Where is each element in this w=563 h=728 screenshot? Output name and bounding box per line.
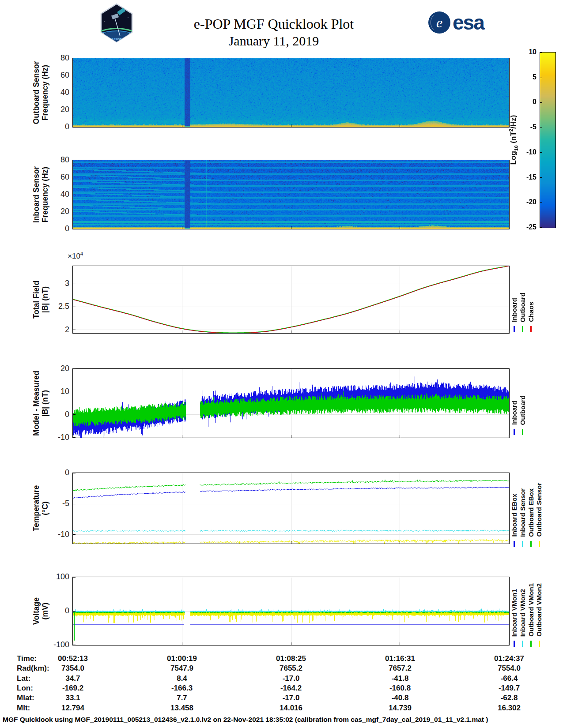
total-field-axis-exponent: ×104 [68,251,83,261]
colorbar-tick-label: -15 [516,173,537,181]
legend-label: Inboard VMon2 [519,589,526,637]
quicklook-page: CASSIOPE e-POP MGF Quicklook Plot Januar… [0,0,563,728]
y-tick-label: -5 [47,499,69,508]
table-cell: 14.739 [369,704,431,713]
y-tick-label: 60 [47,173,69,182]
y-tick-label: 60 [47,71,69,80]
legend-label: Inboard [511,298,518,322]
y-tick-label: 10 [47,387,69,396]
legend-swatch [522,429,523,435]
legend-temperature: Inboard EBoxInboard SensorOutboard EBoxO… [511,473,543,547]
y-tick-label: 20 [47,207,69,216]
legend-swatch [514,326,515,332]
legend-total-field: InboardOutboardChaos [511,266,534,332]
legend-label: Chaos [528,302,535,322]
legend-swatch [514,541,515,547]
table-cell: 01:00:19 [151,654,213,663]
table-cell: -41.8 [369,674,431,683]
inboard-spectrogram-canvas [72,160,510,229]
y-tick-label: 3 [47,279,69,288]
legend-item: Outboard Sensor [536,483,543,547]
y-tick-label: 0 [47,606,69,615]
table-cell: 7655.2 [260,664,322,673]
legend-swatch [522,541,523,547]
legend-swatch [539,541,540,547]
esa-logo: e esa [427,11,484,34]
table-cell: 7354.0 [42,664,104,673]
table-cell: 8.4 [151,674,213,683]
esa-wordmark: esa [453,12,484,33]
legend-item: Chaos [528,302,535,332]
table-cell: 14.016 [260,704,322,713]
table-row-label: Mlat: [17,694,34,702]
table-cell: 01:16:31 [369,654,431,663]
table-cell: 00:52:13 [42,654,104,663]
colorbar-tick-label: -5 [516,123,537,131]
y-tick-label: 40 [47,190,69,199]
table-cell: -17.0 [260,674,322,683]
table-cell: 13.458 [151,704,213,713]
table-cell: 01:24:37 [478,654,540,663]
table-cell: 01:08:25 [260,654,322,663]
legend-label: Outboard VMon1 [528,583,535,637]
y-tick-label: 2 [47,325,69,334]
table-cell: -149.7 [478,684,540,693]
y-tick-label: 80 [47,53,69,63]
legend-swatch [522,641,523,647]
outboard-spectrogram-canvas [72,58,510,128]
legend-item: Inboard EBox [511,494,518,547]
total-field-canvas [72,266,510,334]
legend-item: Inboard VMon1 [511,589,518,647]
legend-swatch [530,641,532,647]
page-title: e-POP MGF Quicklook Plot [141,16,406,32]
colorbar-tick-label: 5 [516,73,537,81]
table-row-label: Time: [17,654,37,663]
legend-swatch [539,641,540,647]
table-cell: 7657.2 [369,664,431,673]
table-cell: -169.2 [42,684,104,693]
legend-item: Outboard [519,293,526,333]
table-cell: -66.4 [478,674,540,683]
ylabel-model-minus-measured: Model - Measured|B| (nT) [32,371,49,436]
legend-swatch [530,541,532,547]
table-cell: 7554.0 [478,664,540,673]
legend-label: Outboard [519,293,526,323]
colorbar-canvas [540,52,556,228]
colorbar-tick-label: -25 [516,223,537,231]
legend-voltage: Inboard VMon1Inboard VMon2Outboard VMon1… [511,577,543,647]
colorbar-label: Log10 (nT2/Hz) [508,115,518,165]
model-minus-measured-canvas [72,368,510,438]
table-cell: -62.8 [478,694,540,702]
y-tick-label: 0 [47,410,69,419]
table-row-label: Lon: [17,684,33,693]
table-cell: -40.8 [369,694,431,702]
y-tick-label: 100 [47,572,69,582]
legend-item: Inboard VMon2 [519,589,526,647]
y-tick-label: 20 [47,364,69,373]
table-cell: -164.2 [260,684,322,693]
legend-label: Outboard [519,395,526,425]
legend-swatch [522,326,523,332]
legend-label: Outboard EBox [528,488,535,537]
table-cell: 33.1 [42,694,104,702]
legend-label: Outboard VMon2 [536,583,543,637]
y-tick-label: 2.5 [47,302,69,311]
legend-item: Outboard [519,395,526,435]
y-tick-label: 0 [47,122,69,131]
legend-item: Outboard VMon2 [536,583,543,647]
table-cell: 16.302 [478,704,540,713]
legend-model-minus-measured: InboardOutboard [511,369,526,435]
y-tick-label: -100 [47,640,69,649]
voltage-canvas [72,577,510,645]
table-row-label: Lat: [17,674,30,683]
y-tick-label: 40 [47,88,69,97]
table-cell: 7547.9 [151,664,213,673]
colorbar-tick-label: -10 [516,148,537,156]
y-tick-label: -10 [47,530,69,539]
colorbar-tick-label: 0 [516,98,537,106]
table-cell: -160.8 [369,684,431,693]
legend-item: Outboard EBox [528,488,535,547]
legend-swatch [514,641,515,647]
svg-text:e: e [436,15,442,30]
ylabel-temperature: Temperature(°C) [32,485,49,532]
